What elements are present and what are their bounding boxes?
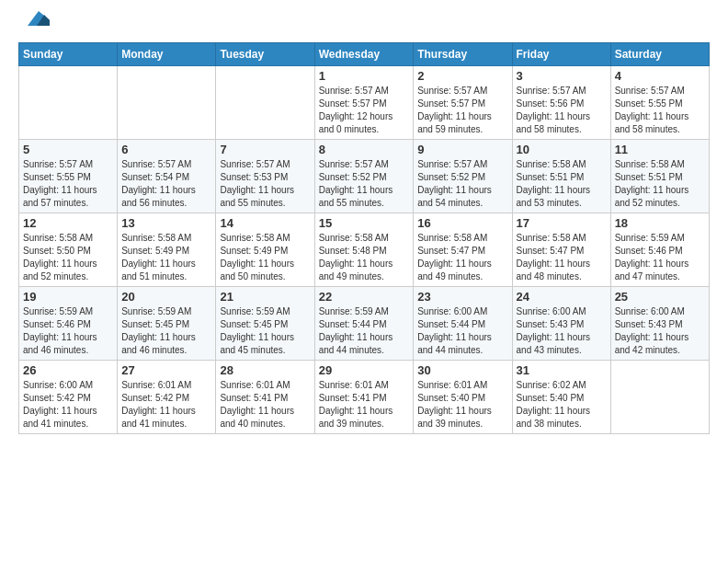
day-info: Sunrise: 6:00 AM Sunset: 5:43 PM Dayligh… xyxy=(517,305,607,357)
day-cell: 9Sunrise: 5:57 AM Sunset: 5:52 PM Daylig… xyxy=(414,140,512,213)
day-number: 4 xyxy=(615,69,705,83)
day-number: 1 xyxy=(319,69,410,83)
day-info: Sunrise: 6:02 AM Sunset: 5:40 PM Dayligh… xyxy=(517,379,607,431)
week-row-1: 1Sunrise: 5:57 AM Sunset: 5:57 PM Daylig… xyxy=(19,66,710,140)
week-row-2: 5Sunrise: 5:57 AM Sunset: 5:55 PM Daylig… xyxy=(19,140,710,213)
day-cell: 30Sunrise: 6:01 AM Sunset: 5:40 PM Dayli… xyxy=(414,361,512,434)
day-number: 22 xyxy=(319,290,410,304)
day-cell: 5Sunrise: 5:57 AM Sunset: 5:55 PM Daylig… xyxy=(19,140,118,213)
day-number: 17 xyxy=(517,216,607,230)
day-number: 28 xyxy=(220,363,310,377)
logo-icon xyxy=(20,7,50,33)
day-info: Sunrise: 5:58 AM Sunset: 5:49 PM Dayligh… xyxy=(220,232,310,283)
day-info: Sunrise: 5:59 AM Sunset: 5:44 PM Dayligh… xyxy=(319,305,410,357)
day-number: 9 xyxy=(417,143,507,156)
week-row-5: 26Sunrise: 6:00 AM Sunset: 5:42 PM Dayli… xyxy=(19,361,710,434)
day-number: 29 xyxy=(319,363,410,377)
day-number: 13 xyxy=(121,216,211,230)
day-number: 12 xyxy=(23,216,113,230)
day-number: 15 xyxy=(319,216,410,230)
day-number: 20 xyxy=(121,290,211,304)
day-cell: 14Sunrise: 5:58 AM Sunset: 5:49 PM Dayli… xyxy=(216,213,314,287)
day-info: Sunrise: 5:57 AM Sunset: 5:55 PM Dayligh… xyxy=(615,85,705,136)
day-info: Sunrise: 5:58 AM Sunset: 5:48 PM Dayligh… xyxy=(319,232,410,283)
day-number: 23 xyxy=(417,290,507,304)
day-cell: 23Sunrise: 6:00 AM Sunset: 5:44 PM Dayli… xyxy=(414,287,512,361)
day-info: Sunrise: 5:59 AM Sunset: 5:46 PM Dayligh… xyxy=(23,305,113,357)
day-cell xyxy=(19,66,118,140)
col-header-monday: Monday xyxy=(118,43,216,66)
day-number: 14 xyxy=(220,216,310,230)
day-info: Sunrise: 5:58 AM Sunset: 5:47 PM Dayligh… xyxy=(517,232,607,283)
day-info: Sunrise: 6:01 AM Sunset: 5:42 PM Dayligh… xyxy=(121,379,211,431)
day-cell: 18Sunrise: 5:59 AM Sunset: 5:46 PM Dayli… xyxy=(610,213,709,287)
col-header-sunday: Sunday xyxy=(19,43,118,66)
day-cell: 20Sunrise: 5:59 AM Sunset: 5:45 PM Dayli… xyxy=(118,287,216,361)
day-number: 6 xyxy=(121,143,211,156)
week-row-4: 19Sunrise: 5:59 AM Sunset: 5:46 PM Dayli… xyxy=(19,287,710,361)
day-info: Sunrise: 5:58 AM Sunset: 5:50 PM Dayligh… xyxy=(23,232,113,283)
day-cell: 15Sunrise: 5:58 AM Sunset: 5:48 PM Dayli… xyxy=(314,213,414,287)
day-info: Sunrise: 5:58 AM Sunset: 5:51 PM Dayligh… xyxy=(517,158,607,210)
day-cell: 17Sunrise: 5:58 AM Sunset: 5:47 PM Dayli… xyxy=(512,213,610,287)
day-info: Sunrise: 5:57 AM Sunset: 5:55 PM Dayligh… xyxy=(23,158,113,210)
day-number: 27 xyxy=(121,363,211,377)
day-number: 11 xyxy=(615,143,705,156)
day-cell: 16Sunrise: 5:58 AM Sunset: 5:47 PM Dayli… xyxy=(414,213,512,287)
day-number: 8 xyxy=(319,143,410,156)
day-number: 21 xyxy=(220,290,310,304)
day-cell: 24Sunrise: 6:00 AM Sunset: 5:43 PM Dayli… xyxy=(512,287,610,361)
day-info: Sunrise: 5:57 AM Sunset: 5:52 PM Dayligh… xyxy=(319,158,410,210)
day-cell xyxy=(216,66,314,140)
day-info: Sunrise: 5:57 AM Sunset: 5:56 PM Dayligh… xyxy=(517,85,607,136)
day-cell: 21Sunrise: 5:59 AM Sunset: 5:45 PM Dayli… xyxy=(216,287,314,361)
day-number: 18 xyxy=(615,216,705,230)
day-info: Sunrise: 5:57 AM Sunset: 5:52 PM Dayligh… xyxy=(417,158,507,210)
day-cell: 7Sunrise: 5:57 AM Sunset: 5:53 PM Daylig… xyxy=(216,140,314,213)
col-header-friday: Friday xyxy=(512,43,610,66)
day-info: Sunrise: 5:59 AM Sunset: 5:46 PM Dayligh… xyxy=(615,232,705,283)
day-number: 31 xyxy=(517,363,607,377)
day-cell: 19Sunrise: 5:59 AM Sunset: 5:46 PM Dayli… xyxy=(19,287,118,361)
day-number: 26 xyxy=(23,363,113,377)
day-info: Sunrise: 6:00 AM Sunset: 5:44 PM Dayligh… xyxy=(417,305,507,357)
day-info: Sunrise: 5:57 AM Sunset: 5:57 PM Dayligh… xyxy=(319,85,410,136)
day-cell: 11Sunrise: 5:58 AM Sunset: 5:51 PM Dayli… xyxy=(610,140,709,213)
day-cell: 28Sunrise: 6:01 AM Sunset: 5:41 PM Dayli… xyxy=(216,361,314,434)
day-info: Sunrise: 5:59 AM Sunset: 5:45 PM Dayligh… xyxy=(121,305,211,357)
day-cell xyxy=(118,66,216,140)
day-number: 5 xyxy=(23,143,113,156)
day-info: Sunrise: 5:58 AM Sunset: 5:49 PM Dayligh… xyxy=(121,232,211,283)
day-info: Sunrise: 6:01 AM Sunset: 5:40 PM Dayligh… xyxy=(417,379,507,431)
day-number: 7 xyxy=(220,143,310,156)
day-number: 19 xyxy=(23,290,113,304)
day-cell: 29Sunrise: 6:01 AM Sunset: 5:41 PM Dayli… xyxy=(314,361,414,434)
day-cell: 4Sunrise: 5:57 AM Sunset: 5:55 PM Daylig… xyxy=(610,66,709,140)
col-header-saturday: Saturday xyxy=(610,43,709,66)
day-info: Sunrise: 6:01 AM Sunset: 5:41 PM Dayligh… xyxy=(319,379,410,431)
day-info: Sunrise: 6:00 AM Sunset: 5:42 PM Dayligh… xyxy=(23,379,113,431)
day-info: Sunrise: 5:59 AM Sunset: 5:45 PM Dayligh… xyxy=(220,305,310,357)
day-cell: 25Sunrise: 6:00 AM Sunset: 5:43 PM Dayli… xyxy=(610,287,709,361)
week-row-3: 12Sunrise: 5:58 AM Sunset: 5:50 PM Dayli… xyxy=(19,213,710,287)
calendar-table: SundayMondayTuesdayWednesdayThursdayFrid… xyxy=(18,42,710,434)
day-info: Sunrise: 5:58 AM Sunset: 5:51 PM Dayligh… xyxy=(615,158,705,210)
col-header-thursday: Thursday xyxy=(414,43,512,66)
day-number: 30 xyxy=(417,363,507,377)
day-number: 25 xyxy=(615,290,705,304)
day-cell: 26Sunrise: 6:00 AM Sunset: 5:42 PM Dayli… xyxy=(19,361,118,434)
day-info: Sunrise: 5:57 AM Sunset: 5:54 PM Dayligh… xyxy=(121,158,211,210)
calendar-header-row: SundayMondayTuesdayWednesdayThursdayFrid… xyxy=(19,43,710,66)
day-cell: 22Sunrise: 5:59 AM Sunset: 5:44 PM Dayli… xyxy=(314,287,414,361)
day-info: Sunrise: 5:57 AM Sunset: 5:53 PM Dayligh… xyxy=(220,158,310,210)
day-info: Sunrise: 6:01 AM Sunset: 5:41 PM Dayligh… xyxy=(220,379,310,431)
day-cell: 13Sunrise: 5:58 AM Sunset: 5:49 PM Dayli… xyxy=(118,213,216,287)
day-cell: 8Sunrise: 5:57 AM Sunset: 5:52 PM Daylig… xyxy=(314,140,414,213)
day-number: 10 xyxy=(517,143,607,156)
day-info: Sunrise: 6:00 AM Sunset: 5:43 PM Dayligh… xyxy=(615,305,705,357)
col-header-tuesday: Tuesday xyxy=(216,43,314,66)
day-number: 3 xyxy=(517,69,607,83)
day-cell: 6Sunrise: 5:57 AM Sunset: 5:54 PM Daylig… xyxy=(118,140,216,213)
col-header-wednesday: Wednesday xyxy=(314,43,414,66)
day-cell: 3Sunrise: 5:57 AM Sunset: 5:56 PM Daylig… xyxy=(512,66,610,140)
